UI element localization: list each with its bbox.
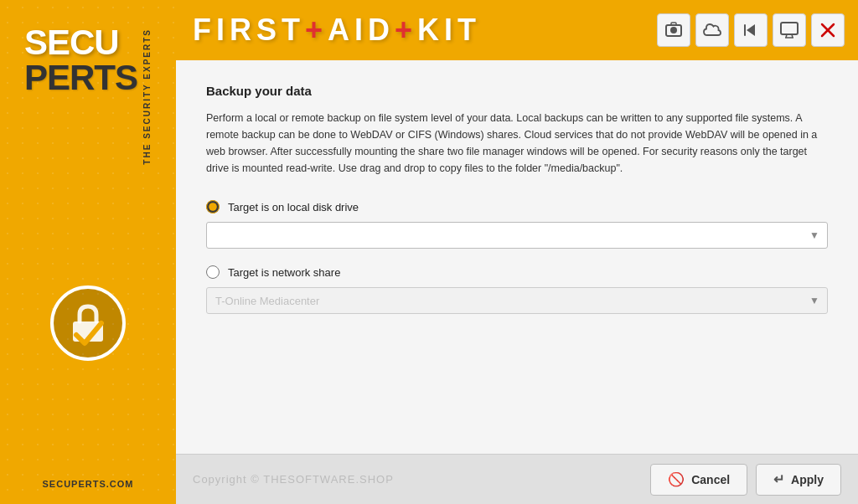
cloud-button[interactable] — [695, 13, 729, 47]
back-button[interactable] — [734, 13, 768, 47]
svg-rect-5 — [744, 24, 746, 36]
local-disk-option-row: Target is on local disk drive — [206, 200, 828, 213]
brand-tagline: THE SECURITY EXPERTS — [142, 28, 152, 165]
copyright-text: Copyright © THESOFTWARE.SHOP — [193, 473, 394, 486]
main-wrapper: FIRST+AID+KIT — [176, 0, 858, 504]
sidebar-url: SECUPERTS.COM — [43, 479, 134, 489]
brand-secu: SECU — [24, 25, 119, 60]
apply-label: Apply — [791, 473, 824, 486]
local-disk-dropdown[interactable] — [206, 222, 828, 249]
header-bar: FIRST+AID+KIT — [176, 0, 858, 60]
svg-rect-3 — [671, 23, 676, 25]
title-plus2: + — [395, 13, 417, 47]
sidebar-logo: SECU PERTS THE SECURITY EXPERTS — [8, 25, 168, 165]
section-title: Backup your data — [206, 84, 828, 98]
footer-buttons: 🚫 Cancel ↵ Apply — [650, 464, 841, 496]
title-part3: KIT — [417, 13, 481, 47]
lock-badge — [50, 285, 126, 361]
network-share-option-row: Target is network share — [206, 265, 828, 279]
network-share-dropdown-wrapper: T-Online Mediacenter ▼ — [206, 287, 828, 314]
description-text: Perform a local or remote backup on file… — [206, 110, 828, 177]
screenshot-button[interactable] — [657, 13, 690, 47]
header-controls — [657, 13, 845, 47]
close-button[interactable] — [811, 13, 845, 47]
apply-icon: ↵ — [773, 471, 784, 487]
local-disk-radio[interactable] — [206, 200, 220, 213]
content-area: Backup your data Perform a local or remo… — [176, 60, 858, 504]
title-part2: AID — [328, 13, 395, 47]
local-disk-label[interactable]: Target is on local disk drive — [228, 201, 359, 213]
content-panel: Backup your data Perform a local or remo… — [176, 60, 858, 454]
sidebar: SECU PERTS THE SECURITY EXPERTS SECUPERT… — [0, 0, 176, 504]
title-plus1: + — [305, 13, 328, 47]
local-disk-dropdown-wrapper: ▼ — [206, 222, 828, 249]
brand-perts: PERTS — [24, 60, 137, 95]
network-share-dropdown[interactable]: T-Online Mediacenter — [206, 287, 828, 314]
footer-bar: Copyright © THESOFTWARE.SHOP 🚫 Cancel ↵ … — [176, 454, 858, 504]
cancel-button[interactable]: 🚫 Cancel — [650, 464, 747, 496]
title-part1: FIRST — [193, 13, 305, 47]
network-share-label[interactable]: Target is network share — [228, 266, 340, 279]
svg-point-1 — [670, 27, 677, 33]
monitor-button[interactable] — [773, 13, 806, 47]
network-share-radio[interactable] — [206, 265, 220, 279]
cancel-label: Cancel — [691, 473, 730, 486]
cancel-icon: 🚫 — [668, 471, 685, 487]
svg-rect-6 — [781, 23, 798, 34]
app-title: FIRST+AID+KIT — [193, 13, 481, 48]
svg-marker-4 — [747, 24, 755, 36]
apply-button[interactable]: ↵ Apply — [756, 464, 841, 496]
